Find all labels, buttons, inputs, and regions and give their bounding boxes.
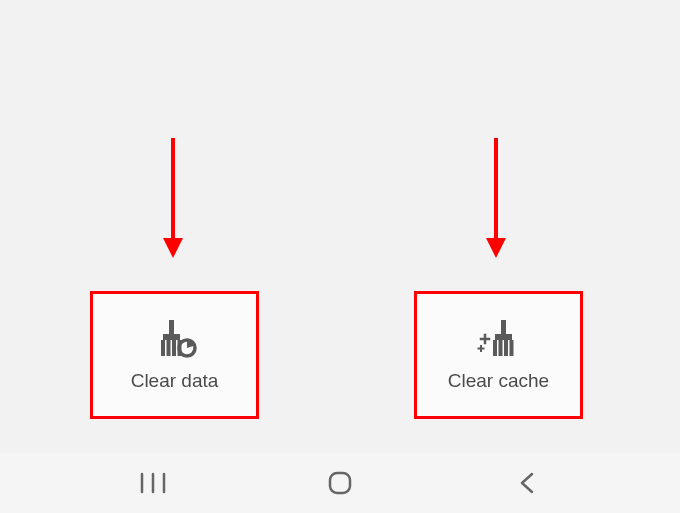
annotation-arrow-left — [161, 138, 185, 258]
svg-rect-13 — [493, 340, 497, 356]
svg-rect-14 — [498, 340, 502, 356]
clear-data-label: Clear data — [131, 370, 219, 392]
svg-rect-5 — [163, 334, 180, 340]
annotation-arrow-right — [484, 138, 508, 258]
svg-marker-3 — [486, 238, 506, 258]
home-icon — [327, 470, 353, 496]
svg-rect-11 — [501, 320, 506, 334]
svg-rect-7 — [166, 340, 170, 356]
svg-rect-12 — [495, 334, 512, 340]
svg-marker-1 — [163, 238, 183, 258]
recents-button[interactable] — [123, 463, 183, 503]
clear-cache-label: Clear cache — [448, 370, 549, 392]
broom-chart-icon — [151, 318, 199, 358]
svg-rect-6 — [161, 340, 165, 356]
back-button[interactable] — [497, 463, 557, 503]
svg-rect-16 — [509, 340, 513, 356]
back-icon — [517, 471, 537, 495]
svg-rect-15 — [504, 340, 508, 356]
clear-data-button[interactable]: Clear data — [90, 291, 259, 419]
svg-rect-20 — [330, 473, 350, 493]
navigation-bar — [0, 453, 680, 513]
svg-rect-4 — [169, 320, 174, 334]
clear-cache-button[interactable]: Clear cache — [414, 291, 583, 419]
svg-rect-8 — [172, 340, 176, 356]
recents-icon — [138, 472, 168, 494]
broom-sparkle-icon — [475, 318, 523, 358]
home-button[interactable] — [310, 463, 370, 503]
